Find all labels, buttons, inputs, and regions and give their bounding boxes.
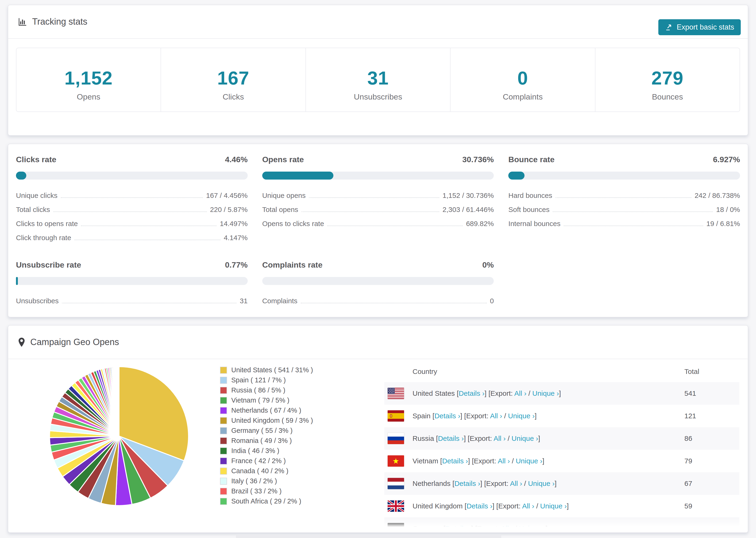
export-all-link-vietnam[interactable]: All › <box>498 457 510 465</box>
details-link-netherlands[interactable]: Details › <box>454 480 480 487</box>
geo-row-united-states: United States [Details ›] [Export: All ›… <box>384 382 739 405</box>
export-unique-link-germany[interactable]: Unique › <box>519 525 546 532</box>
legend-item-france[interactable]: France ( 42 / 2% ) <box>220 456 313 466</box>
legend-item-netherlands[interactable]: Netherlands ( 67 / 4% ) <box>220 405 313 415</box>
legend-label: Canada ( 40 / 2% ) <box>231 467 288 475</box>
legend-item-india[interactable]: India ( 46 / 3% ) <box>220 446 313 456</box>
legend-item-united-kingdom[interactable]: United Kingdom ( 59 / 3% ) <box>220 415 313 426</box>
details-link-vietnam[interactable]: Details › <box>442 457 468 465</box>
tracking-stats-card: Tracking stats Export basic stats 1,152O… <box>8 5 748 136</box>
export-unique-link-spain[interactable]: Unique › <box>508 412 535 420</box>
geo-row-text: Vietnam [Details ›] [Export: All › / Uni… <box>412 457 544 465</box>
details-link-united-states[interactable]: Details › <box>459 389 485 397</box>
legend-item-spain[interactable]: Spain ( 121 / 7% ) <box>220 375 313 385</box>
legend-label: France ( 42 / 2% ) <box>231 457 286 465</box>
export-basic-stats-button[interactable]: Export basic stats <box>658 19 741 35</box>
rate-value: 6.927% <box>713 155 740 164</box>
geo-pie-chart[interactable] <box>49 366 189 507</box>
rate-title: Clicks rate <box>16 155 56 164</box>
rate-value: 4.46% <box>225 155 247 164</box>
details-link-russia[interactable]: Details › <box>438 435 464 442</box>
export-all-link-spain[interactable]: All › <box>490 412 502 420</box>
geo-pie-container <box>49 366 189 507</box>
metric-label: Total opens <box>262 206 298 214</box>
gb-flag-icon <box>388 501 404 512</box>
rate-title: Unsubscribe rate <box>16 260 81 269</box>
country-name: Russia <box>412 435 434 442</box>
rates-card: Clicks rate4.46%Unique clicks167 / 4.456… <box>8 144 748 317</box>
geo-row-text: Spain [Details ›] [Export: All › / Uniqu… <box>412 412 537 420</box>
export-all-link-russia[interactable]: All › <box>494 435 506 442</box>
dotted-leader <box>53 211 207 212</box>
metric-label: Unique opens <box>262 191 306 199</box>
progress-track <box>16 277 248 285</box>
export-unique-link-netherlands[interactable]: Unique › <box>528 480 555 487</box>
legend-item-italy[interactable]: Italy ( 36 / 2% ) <box>220 476 313 486</box>
details-link-germany[interactable]: Details › <box>445 525 471 532</box>
progress-fill <box>262 172 333 180</box>
stats-summary: 1,152Opens167Clicks31Unsubscribes0Compla… <box>16 48 740 112</box>
geo-table-rows: United States [Details ›] [Export: All ›… <box>384 382 739 533</box>
progress-fill <box>16 172 26 180</box>
dotted-leader <box>62 303 237 303</box>
geo-row-text: Russia [Details ›] [Export: All › / Uniq… <box>412 435 540 443</box>
export-all-link-united-kingdom[interactable]: All › <box>522 502 534 510</box>
country-name: Vietnam <box>412 457 438 465</box>
geo-row-text: United States [Details ›] [Export: All ›… <box>412 389 561 398</box>
geo-row-total: 86 <box>684 435 692 443</box>
export-all-link-netherlands[interactable]: All › <box>510 480 522 487</box>
metric-label: Opens to clicks rate <box>262 220 324 228</box>
legend-item-romania[interactable]: Romania ( 49 / 3% ) <box>220 436 313 446</box>
legend-item-vietnam[interactable]: Vietnam ( 79 / 5% ) <box>220 395 313 405</box>
geo-row-total: 121 <box>684 412 696 420</box>
map-pin-icon <box>18 337 26 347</box>
legend-item-canada[interactable]: Canada ( 40 / 2% ) <box>220 466 313 476</box>
dotted-leader <box>81 226 216 226</box>
legend-item-united-states[interactable]: United States ( 541 / 31% ) <box>220 365 313 375</box>
legend-item-south-africa[interactable]: South Africa ( 29 / 2% ) <box>220 496 313 506</box>
legend-item-brazil[interactable]: Brazil ( 33 / 2% ) <box>220 486 313 496</box>
tracking-stats-title: Tracking stats <box>18 17 87 27</box>
rate-rows: Unique opens1,152 / 30.736%Total opens2,… <box>262 188 494 231</box>
geo-header: Campaign Geo Opens <box>8 326 748 359</box>
rate-rows: Unsubscribes31 <box>16 294 248 308</box>
export-unique-link-united-states[interactable]: Unique › <box>532 389 559 397</box>
metric-value: 689.82% <box>466 220 494 228</box>
export-unique-link-russia[interactable]: Unique › <box>512 435 538 442</box>
geo-row-united-kingdom: United Kingdom [Details ›] [Export: All … <box>384 495 739 517</box>
rate-block-complaints-rate: Complaints rate0%Complaints0 <box>262 260 494 308</box>
es-flag-icon <box>388 410 404 422</box>
ru-flag-icon <box>388 433 404 444</box>
legend-label: United States ( 541 / 31% ) <box>231 366 313 374</box>
export-unique-link-united-kingdom[interactable]: Unique › <box>540 502 567 510</box>
details-link-united-kingdom[interactable]: Details › <box>466 502 492 510</box>
legend-swatch-germany <box>220 427 227 434</box>
rate-head-complaints-rate: Complaints rate0% <box>262 260 494 269</box>
metric-label: Click through rate <box>16 234 71 242</box>
country-name: Netherlands <box>412 480 451 487</box>
nl-flag-icon <box>388 478 404 489</box>
progress-track <box>262 277 494 285</box>
legend-item-russia[interactable]: Russia ( 86 / 5% ) <box>220 385 313 395</box>
metric-label: Soft bounces <box>508 206 549 214</box>
stat-value-opens: 1,152 <box>17 67 161 89</box>
details-link-spain[interactable]: Details › <box>434 412 460 420</box>
geo-row-spain: Spain [Details ›] [Export: All › / Uniqu… <box>384 405 739 427</box>
stat-value-unsubscribes: 31 <box>306 67 450 89</box>
export-all-link-united-states[interactable]: All › <box>514 389 527 397</box>
export-all-link-germany[interactable]: All › <box>501 525 513 532</box>
metric-row-unsubscribes: Unsubscribes31 <box>16 294 248 308</box>
geo-title: Campaign Geo Opens <box>18 337 119 347</box>
export-unique-link-vietnam[interactable]: Unique › <box>516 457 542 465</box>
geo-row-text: Germany [Details ›] [Export: All › / Uni… <box>412 525 548 533</box>
dotted-leader <box>553 211 713 212</box>
legend-label: India ( 46 / 3% ) <box>231 447 279 455</box>
total-column-header: Total <box>684 368 699 376</box>
rate-value: 30.736% <box>462 155 494 164</box>
legend-label: Italy ( 36 / 2% ) <box>231 477 277 485</box>
rate-title: Bounce rate <box>508 155 555 164</box>
rate-head-bounce-rate: Bounce rate6.927% <box>508 155 740 164</box>
legend-item-germany[interactable]: Germany ( 55 / 3% ) <box>220 426 313 436</box>
stat-unsubscribes: 31Unsubscribes <box>305 48 450 112</box>
rates-grid: Clicks rate4.46%Unique clicks167 / 4.456… <box>8 144 748 308</box>
